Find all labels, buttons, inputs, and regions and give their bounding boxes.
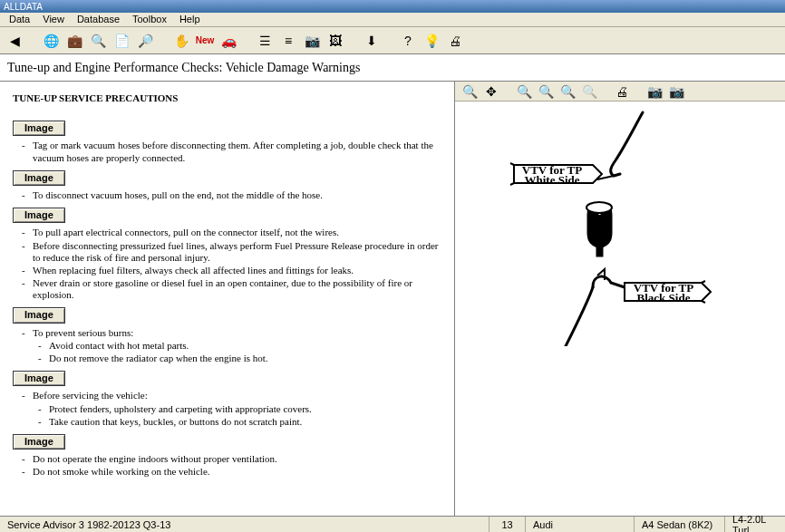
briefcase-icon[interactable]: 💼 — [65, 32, 83, 50]
zoom-in-icon[interactable]: 🔍 — [558, 82, 577, 101]
diagram-svg: VTV for TP White Side VTV for TP Black S… — [507, 111, 733, 346]
find-icon[interactable]: 🔍 — [89, 32, 107, 50]
status-bar: Service Advisor 3 1982-20123 Q3-13 13 Au… — [0, 516, 785, 532]
image-button[interactable]: Image — [13, 208, 65, 223]
window-titlebar: ALLDATA — [0, 0, 785, 13]
camera-prev-icon[interactable]: 📷 — [645, 82, 664, 101]
text-icon[interactable]: ≡ — [279, 32, 297, 50]
print-image-icon[interactable]: 🖨 — [613, 82, 631, 101]
list-item: Take caution that keys, buckles, or butt… — [38, 416, 441, 428]
status-make: Audi — [526, 517, 635, 532]
list-item: Never drain or store gasoline or diesel … — [22, 277, 441, 301]
list-item: Avoid contact with hot metal parts. — [38, 340, 441, 352]
menu-help[interactable]: Help — [174, 13, 206, 26]
zoom-fit-icon[interactable]: 🔍 — [515, 82, 533, 101]
menu-view[interactable]: View — [37, 13, 70, 26]
hand-icon[interactable]: ✋ — [172, 32, 190, 50]
menu-toolbox[interactable]: Toolbox — [127, 13, 172, 26]
page-title: Tune-up and Engine Performance Checks: V… — [0, 54, 785, 82]
menu-data[interactable]: Data — [4, 13, 35, 26]
image-button[interactable]: Image — [13, 170, 65, 186]
main-toolbar: ◀ 🌐 💼 🔍 📄 🔎 ✋ New 🚗 ☰ ≡ 📷 🖼 ⬇ ? 💡 🖨 — [0, 27, 785, 54]
status-left: Service Advisor 3 1982-20123 Q3-13 — [0, 517, 489, 532]
image-button[interactable]: Image — [13, 307, 65, 323]
article-heading: TUNE-UP SERVICE PRECAUTIONS — [13, 92, 441, 104]
list-icon[interactable]: ☰ — [256, 32, 274, 50]
list-item: Do not smoke while working on the vehicl… — [22, 466, 441, 478]
status-pagenum: 13 — [489, 517, 526, 532]
image-toolbar: 🔍 ✥ 🔍 🔍 🔍 🔍 🖨 📷 📷 — [455, 82, 785, 102]
image-pane: 🔍 ✥ 🔍 🔍 🔍 🔍 🖨 📷 📷 — [455, 82, 785, 517]
status-model: A4 Sedan (8K2) — [635, 517, 725, 532]
list-item: To pull apart electrical connectors, pul… — [22, 227, 441, 238]
status-engine: L4-2.0L Turl — [725, 517, 785, 532]
window-title: ALLDATA — [4, 2, 43, 12]
globe-icon[interactable]: 🌐 — [42, 32, 60, 50]
image-icon[interactable]: 🖼 — [326, 32, 344, 50]
search-icon[interactable]: 🔎 — [136, 32, 154, 50]
new-icon[interactable]: New — [196, 32, 214, 50]
list-item: Do not operate the engine indoors withou… — [22, 453, 441, 465]
print-icon[interactable]: 🖨 — [446, 32, 464, 50]
image-button[interactable]: Image — [13, 434, 65, 450]
zoom-actual-icon[interactable]: 🔍 — [537, 82, 555, 101]
svg-point-0 — [586, 202, 612, 213]
list-item: To prevent serious burns: Avoid contact … — [22, 327, 441, 365]
document-icon[interactable]: 📄 — [112, 32, 131, 50]
list-item: Protect fenders, upholstery and carpetin… — [38, 403, 441, 415]
content-area: TUNE-UP SERVICE PRECAUTIONS Image Tag or… — [0, 82, 785, 517]
list-item: Before disconnecting pressurized fuel li… — [22, 240, 441, 264]
car-icon[interactable]: 🚗 — [219, 32, 237, 50]
list-item: Do not remove the radiator cap when the … — [38, 353, 441, 364]
article-pane: TUNE-UP SERVICE PRECAUTIONS Image Tag or… — [0, 82, 455, 517]
help-icon[interactable]: ? — [399, 32, 417, 50]
zoom-region-icon[interactable]: 🔍 — [460, 82, 479, 101]
diagram-label-1-line2: White Side — [524, 173, 579, 187]
zoom-out-icon[interactable]: 🔍 — [580, 82, 598, 101]
bulb-icon[interactable]: 💡 — [422, 32, 441, 50]
list-item: Before servicing the vehicle: Protect fe… — [22, 390, 441, 428]
menu-database[interactable]: Database — [72, 13, 125, 26]
back-icon[interactable]: ◀ — [5, 32, 24, 50]
list-item: To disconnect vacuum hoses, pull on the … — [22, 189, 441, 201]
pan-icon[interactable]: ✥ — [482, 82, 500, 101]
diagram-viewport[interactable]: VTV for TP White Side VTV for TP Black S… — [455, 102, 785, 517]
image-button[interactable]: Image — [13, 121, 65, 136]
camera-icon[interactable]: 📷 — [303, 32, 321, 50]
download-icon[interactable]: ⬇ — [363, 32, 381, 50]
list-item: Tag or mark vacuum hoses before disconne… — [22, 140, 441, 163]
list-item: When replacing fuel filters, always chec… — [22, 265, 441, 276]
image-button[interactable]: Image — [13, 371, 65, 386]
camera-next-icon[interactable]: 📷 — [667, 82, 685, 101]
menubar: Data View Database Toolbox Help — [0, 13, 785, 27]
diagram-label-2-line2: Black Side — [637, 291, 691, 305]
